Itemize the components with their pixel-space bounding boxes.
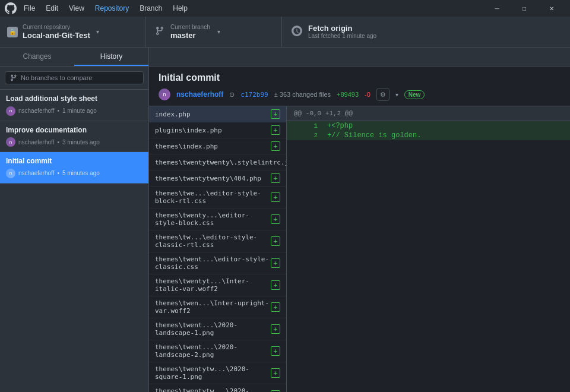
content-area: Initial commit n nschaeferhoff ⊙ c172b99… [149,67,570,392]
menu-file[interactable]: File [19,3,40,14]
menu-edit[interactable]: Edit [41,3,63,14]
menu-help[interactable]: Help [168,3,192,14]
diff-line-added: 2 +// Silence is golden. [287,131,570,140]
file-name: themes\twentytw...\2020-square-1.png [155,365,271,381]
commit-item[interactable]: Load additional style sheet n nschaeferh… [0,90,148,121]
file-added-icon: + [271,192,280,202]
branch-name: master [170,31,210,40]
commit-separator: • [57,108,59,114]
titlebar: File Edit View Repository Branch Help ─ … [0,0,570,17]
commit-title: Improve documentation [6,126,142,135]
current-repo-button[interactable]: 🔒 Current repository Local-and-Git-Test … [0,17,145,47]
fetch-origin-button[interactable]: Fetch origin Last fetched 1 minute ago [282,17,570,47]
file-item[interactable]: themes\tw...\editor-style-classic-rtl.cs… [149,230,286,252]
commit-time: 5 minutes ago [62,170,100,176]
file-added-icon: + [271,346,280,356]
maximize-button[interactable]: □ [511,0,538,17]
file-item[interactable]: themes\index.php + [149,138,286,154]
fetch-label: Fetch origin [308,24,376,33]
branch-compare-input[interactable]: No branches to compare [5,71,144,84]
split-view: index.php + plugins\index.php + themes\i… [149,106,570,392]
file-item[interactable]: index.php + [149,106,286,122]
diff-line-num-right: 1 [305,122,322,130]
menu-repository[interactable]: Repository [90,3,134,14]
tab-history[interactable]: History [74,48,148,66]
file-name: themes\twen...\Inter-upright-var.woff2 [155,299,271,315]
new-badge: New [404,90,425,99]
repo-icon: 🔒 [7,27,18,37]
commit-info-row: n nschaeferhoff ⊙ c172b99 ± 363 changed … [159,88,560,101]
commit-item-active[interactable]: Initial commit n nschaeferhoff • 5 minut… [0,152,148,184]
file-added-icon: + [271,236,280,246]
commit-title: Load additional style sheet [6,94,142,104]
commit-author: nschaeferhoff [18,139,54,146]
avatar: n [6,106,15,116]
file-item[interactable]: themes\twen...\Inter-upright-var.woff2 + [149,296,286,318]
fetch-info: Fetch origin Last fetched 1 minute ago [308,24,376,40]
repo-info: Current repository Local-and-Git-Test [23,24,90,40]
commit-meta: n nschaeferhoff • 5 minutes ago [6,169,142,178]
commit-files-count: ± 363 changed files [274,91,331,98]
fetch-sublabel: Last fetched 1 minute ago [308,33,376,40]
file-item[interactable]: themes\twentytwenty\.stylelintrc.json + [149,154,286,170]
file-added-icon: + [271,302,280,312]
branch-chevron-icon: ▾ [217,29,220,35]
diff-line-content: +// Silence is golden. [322,131,570,140]
tab-changes[interactable]: Changes [0,48,74,66]
menu-view[interactable]: View [64,3,89,14]
file-item[interactable]: themes\twent...\editor-style-classic.css… [149,252,286,274]
window-controls: ─ □ ✕ [483,0,565,17]
avatar: n [6,137,15,147]
tabs-bar: Changes History [0,48,570,67]
file-name: themes\twentytw...\2020-square-2.png [155,387,271,392]
deletions-count: -0 [365,91,370,98]
diff-header: @@ -0,0 +1,2 @@ [287,106,570,121]
chevron-down-icon: ▾ [395,91,398,98]
file-item[interactable]: themes\twe...\editor-style-block-rtl.css… [149,186,286,208]
file-item[interactable]: themes\twenty...\editor-style-block.css … [149,208,286,230]
file-list: index.php + plugins\index.php + themes\i… [149,106,287,392]
repo-name: Local-and-Git-Test [23,31,90,40]
commit-separator: • [57,170,59,176]
file-item[interactable]: themes\twentyt...\Inter-italic-var.woff2… [149,274,286,296]
close-button[interactable]: ✕ [538,0,565,17]
file-item[interactable]: themes\twent...\2020-landscape-1.png + [149,318,286,340]
file-item[interactable]: themes\twent...\2020-landscape-2.png + [149,340,286,362]
diff-line-num-right: 2 [305,131,322,140]
branch-icon [155,26,164,37]
file-added-icon: + [271,141,280,151]
file-added-icon: + [271,280,280,290]
commit-meta: n nschaeferhoff • 1 minute ago [6,106,142,116]
file-name: themes\twe...\editor-style-block-rtl.css [155,189,271,205]
gear-button[interactable]: ⚙ [376,88,390,101]
files-icon: ± [274,91,278,98]
commit-item[interactable]: Improve documentation n nschaeferhoff • … [0,121,148,153]
minimize-button[interactable]: ─ [483,0,511,17]
commit-time: 1 minute ago [62,108,97,114]
file-name: themes\index.php [155,143,218,150]
file-item[interactable]: themes\twentytwenty\404.php + [149,170,286,186]
file-name: themes\twentyt...\Inter-italic-var.woff2 [155,277,271,293]
menu-branch[interactable]: Branch [135,3,167,14]
file-item[interactable]: plugins\index.php + [149,122,286,138]
github-logo-icon [5,2,17,14]
file-name: themes\twenty...\editor-style-block.css [155,211,271,227]
diff-line-added: 1 +<?php [287,121,570,131]
branch-compare-placeholder: No branches to compare [21,74,92,81]
additions-count: +89493 [337,91,359,98]
file-item[interactable]: themes\twentytw...\2020-square-2.png + [149,384,286,392]
diff-line-content: +<?php [322,121,570,131]
commit-author: nschaeferhoff [18,108,54,114]
file-added-icon: + [271,173,280,183]
commit-meta: n nschaeferhoff • 3 minutes ago [6,137,142,147]
main-layout: No branches to compare Load additional s… [0,67,570,392]
diff-view: @@ -0,0 +1,2 @@ 1 +<?php 2 +// Silence i… [287,106,570,392]
menu-bar: File Edit View Repository Branch Help [19,3,483,14]
files-count-text: 363 changed files [280,91,331,98]
commit-detail-title: Initial commit [159,72,560,83]
file-name: themes\twentytwenty\.stylelintrc.json [155,159,287,166]
current-branch-button[interactable]: Current branch master ▾ [145,17,282,47]
file-name: index.php [155,110,191,118]
file-item[interactable]: themes\twentytw...\2020-square-1.png + [149,362,286,384]
file-added-icon: + [271,368,280,378]
